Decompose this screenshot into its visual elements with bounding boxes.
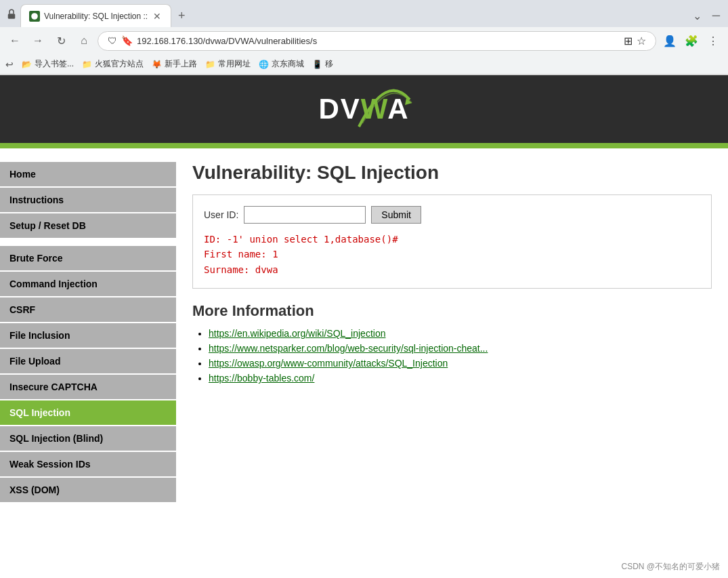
address-text[interactable]: 192.168.176.130/dvwa/DVWA/vulnerabilitie… [137,36,620,46]
link-owasp[interactable]: https://owasp.org/www-community/attacks/… [209,358,448,369]
content-area: Vulnerability: SQL Injection User ID: Su… [176,148,728,555]
main-layout: Home Instructions Setup / Reset DB Brute… [0,148,728,555]
bookmark-newuser-label: 新手上路 [165,58,197,70]
link-netsparker[interactable]: https://www.netsparker.com/blog/web-secu… [209,343,488,354]
bookmarks-arrow[interactable]: ↩ [5,59,14,70]
star-icon[interactable]: ☆ [637,35,646,47]
bookmark-jd[interactable]: 🌐 京东商城 [259,58,304,70]
bookmark-mobile-icon: 📱 [312,60,322,69]
reload-button[interactable]: ↻ [51,31,70,50]
sidebar-item-xss-dom[interactable]: XSS (DOM) [0,478,176,502]
nav-bar: ← → ↻ ⌂ 🛡 🔖 192.168.176.130/dvwa/DVWA/vu… [0,27,728,54]
dvwa-header: DVWA [0,75,728,143]
bookmark-common-icon: 📁 [205,60,215,69]
new-tab-button[interactable]: + [171,5,192,26]
dvwa-swoosh [352,86,413,133]
bookmark-import-label: 导入书签... [35,58,74,70]
bookmark-firefox-icon: 📁 [82,60,92,69]
bookmark-warning-icon: 🔖 [121,35,133,46]
extensions-button[interactable]: 🧩 [682,31,701,50]
result-line2: First name: 1 [204,247,700,262]
address-bar[interactable]: 🛡 🔖 192.168.176.130/dvwa/DVWA/vulnerabil… [98,31,656,51]
nav-actions: 👤 🧩 ⋮ [660,31,723,50]
link-bobby-tables[interactable]: https://bobby-tables.com/ [209,373,314,384]
sidebar-item-home[interactable]: Home [0,162,176,186]
bookmarks-bar: ↩ 📂 导入书签... 📁 火狐官方站点 🦊 新手上路 📁 常用网址 🌐 京东商… [0,54,728,75]
security-icon: 🛡 [108,35,117,46]
list-item: https://en.wikipedia.org/wiki/SQL_inject… [209,328,712,339]
back-button[interactable]: ← [5,31,24,50]
page-title: Vulnerability: SQL Injection [192,162,712,184]
bookmark-newuser[interactable]: 🦊 新手上路 [152,58,197,70]
user-id-input[interactable] [244,206,366,224]
list-item: https://owasp.org/www-community/attacks/… [209,358,712,369]
bookmark-mobile[interactable]: 📱 移 [312,58,333,70]
forward-button[interactable]: → [28,31,47,50]
page-content: DVWA Home Instructions Setup / Reset DB … [0,75,728,555]
more-info-list: https://en.wikipedia.org/wiki/SQL_inject… [192,328,712,384]
svg-point-1 [31,13,38,20]
bookmark-common-label: 常用网址 [218,58,251,70]
bookmark-firefox[interactable]: 📁 火狐官方站点 [82,58,144,70]
sidebar-item-weak-session-ids[interactable]: Weak Session IDs [0,452,176,476]
sql-form: User ID: Submit [204,206,700,224]
bookmark-import[interactable]: 📂 导入书签... [22,58,74,70]
tab-bar: Vulnerability: SQL Injection :: ✕ + ⌄ ─ [0,0,728,27]
bookmark-import-icon: 📂 [22,60,32,69]
sidebar-item-setup[interactable]: Setup / Reset DB [0,213,176,238]
list-item: https://www.netsparker.com/blog/web-secu… [209,343,712,354]
bookmark-firefox-label: 火狐官方站点 [95,58,144,70]
tab-close-button[interactable]: ✕ [152,9,163,23]
browser-chrome: Vulnerability: SQL Injection :: ✕ + ⌄ ─ … [0,0,728,75]
profile-button[interactable]: 👤 [660,31,679,50]
tab-scroll-arrow[interactable]: ⌄ [690,7,704,25]
sidebar-item-file-inclusion[interactable]: File Inclusion [0,323,176,348]
tab-list-icon[interactable] [5,8,18,23]
sql-box: User ID: Submit ID: -1' union select 1,d… [192,194,712,289]
bookmark-common[interactable]: 📁 常用网址 [205,58,251,70]
tab-favicon [29,11,40,22]
link-wikipedia[interactable]: https://en.wikipedia.org/wiki/SQL_inject… [209,328,385,339]
grid-icon: ⊞ [624,35,633,47]
home-button[interactable]: ⌂ [74,31,93,50]
sidebar-item-sql-injection-blind[interactable]: SQL Injection (Blind) [0,426,176,451]
svg-rect-0 [8,14,16,19]
sidebar-item-instructions[interactable]: Instructions [0,188,176,212]
active-tab[interactable]: Vulnerability: SQL Injection :: ✕ [20,4,171,27]
result-line3: Surname: dvwa [204,262,700,277]
bookmark-newuser-icon: 🦊 [152,60,162,69]
sidebar-item-insecure-captcha[interactable]: Insecure CAPTCHA [0,375,176,399]
green-bar [0,143,728,148]
sidebar-item-file-upload[interactable]: File Upload [0,349,176,373]
sidebar-item-sql-injection[interactable]: SQL Injection [0,400,176,425]
sidebar-item-command-injection[interactable]: Command Injection [0,272,176,296]
more-info-title: More Information [192,302,712,320]
sidebar-item-brute-force[interactable]: Brute Force [0,246,176,270]
sidebar: Home Instructions Setup / Reset DB Brute… [0,148,176,555]
tab-title: Vulnerability: SQL Injection :: [44,12,148,21]
bookmark-jd-label: 京东商城 [272,58,304,70]
minimize-button[interactable]: ─ [710,7,723,24]
menu-button[interactable]: ⋮ [704,31,723,50]
user-id-label: User ID: [204,209,238,220]
bookmark-mobile-label: 移 [325,58,333,70]
list-item: https://bobby-tables.com/ [209,373,712,384]
bookmark-jd-icon: 🌐 [259,60,269,69]
sidebar-item-csrf[interactable]: CSRF [0,297,176,322]
submit-button[interactable]: Submit [371,206,421,224]
sql-result: ID: -1' union select 1,database()# First… [204,232,700,277]
result-line1: ID: -1' union select 1,database()# [204,232,700,247]
